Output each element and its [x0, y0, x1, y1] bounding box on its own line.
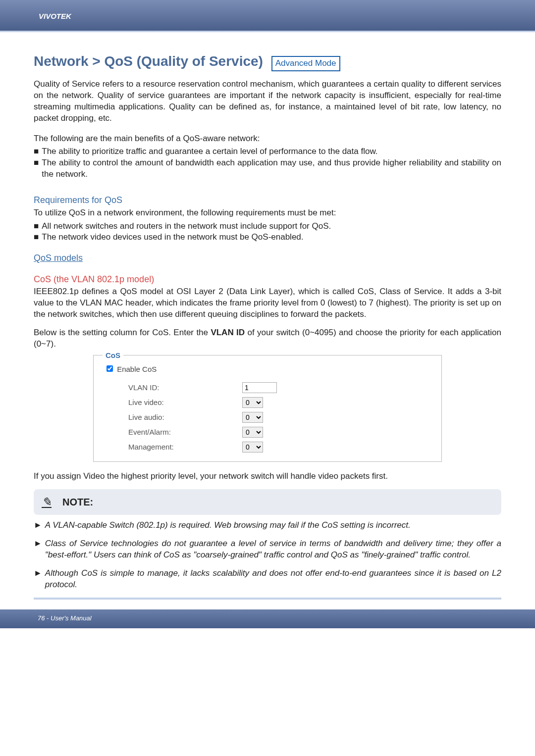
note-item: ► Class of Service technologies do not g…: [34, 538, 501, 561]
cos-heading: CoS (the VLAN 802.1p model): [34, 273, 501, 285]
benefit-bullet: ■ The ability to control the amount of b…: [34, 157, 501, 180]
requirements-lead: To utilize QoS in a network environment,…: [34, 207, 501, 219]
vlan-id-label: VLAN ID:: [128, 383, 242, 393]
vlan-id-row: VLAN ID:: [107, 380, 428, 395]
after-box-text: If you assign Video the highest priority…: [34, 471, 501, 482]
arrow-right-icon: ►: [34, 538, 42, 561]
note-text: A VLAN-capable Switch (802.1p) is requir…: [45, 520, 411, 531]
management-select[interactable]: 0: [242, 442, 263, 453]
header-brand: VIVOTEK: [39, 12, 71, 20]
management-row: Management: 0: [107, 440, 428, 454]
cos-fieldset: CoS Enable CoS VLAN ID: Live video: 0 Li…: [93, 355, 442, 462]
enable-cos-label: Enable CoS: [117, 365, 157, 373]
benefit-bullet: ■ The ability to prioritize traffic and …: [34, 146, 501, 157]
note-title: NOTE:: [62, 496, 93, 509]
footer-bar: 76 - User's Manual: [0, 609, 535, 628]
footer-text: 76 - User's Manual: [38, 614, 92, 622]
page-title: Network > QoS (Quality of Service): [34, 52, 263, 71]
bullet-square-icon: ■: [34, 221, 39, 232]
benefit-text: The ability to prioritize traffic and gu…: [42, 146, 377, 157]
event-alarm-label: Event/Alarm:: [128, 427, 242, 437]
qos-models-heading: QoS models: [34, 252, 501, 264]
live-audio-select[interactable]: 0: [242, 412, 263, 423]
requirements-heading: Requirements for QoS: [34, 194, 501, 206]
note-item: ► Although CoS is simple to manage, it l…: [34, 568, 501, 591]
advanced-mode-badge: Advanced Mode: [271, 56, 340, 71]
enable-cos-row: Enable CoS: [107, 364, 428, 374]
note-divider: [34, 598, 501, 600]
event-alarm-select[interactable]: 0: [242, 427, 263, 438]
live-audio-row: Live audio: 0: [107, 410, 428, 425]
cos-paragraph-2: Below is the setting column for CoS. Ent…: [34, 327, 501, 350]
benefits-lead: The following are the main benefits of a…: [34, 133, 501, 145]
cos-paragraph-1: IEEE802.1p defines a QoS model at OSI La…: [34, 286, 501, 320]
requirement-bullet: ■ The network video devices used in the …: [34, 232, 501, 243]
requirement-text: The network video devices used in the ne…: [42, 232, 303, 243]
requirement-bullet: ■ All network switches and routers in th…: [34, 221, 501, 232]
requirement-text: All network switches and routers in the …: [42, 221, 331, 232]
enable-cos-checkbox[interactable]: [107, 365, 113, 372]
intro-paragraph: Quality of Service refers to a resource …: [34, 79, 501, 124]
benefit-text: The ability to control the amount of ban…: [42, 157, 501, 180]
bullet-square-icon: ■: [34, 157, 39, 180]
note-text: Class of Service technologies do not gua…: [45, 538, 501, 561]
note-item: ► A VLAN-capable Switch (802.1p) is requ…: [34, 520, 501, 531]
note-text: Although CoS is simple to manage, it lac…: [45, 568, 501, 591]
live-video-row: Live video: 0: [107, 395, 428, 410]
pencil-icon: ✎: [42, 494, 52, 510]
cos-legend: CoS: [103, 351, 123, 360]
live-video-label: Live video:: [128, 398, 242, 407]
content-area: Network > QoS (Quality of Service) Advan…: [0, 32, 535, 609]
management-label: Management:: [128, 442, 242, 452]
arrow-right-icon: ►: [34, 568, 42, 591]
note-bar: ✎ NOTE:: [34, 489, 501, 515]
bullet-square-icon: ■: [34, 146, 39, 157]
vlan-id-input[interactable]: [242, 382, 277, 393]
live-video-select[interactable]: 0: [242, 397, 263, 408]
bullet-square-icon: ■: [34, 232, 39, 243]
live-audio-label: Live audio:: [128, 412, 242, 422]
arrow-right-icon: ►: [34, 520, 42, 531]
event-alarm-row: Event/Alarm: 0: [107, 425, 428, 440]
header-bar: VIVOTEK: [0, 0, 535, 31]
